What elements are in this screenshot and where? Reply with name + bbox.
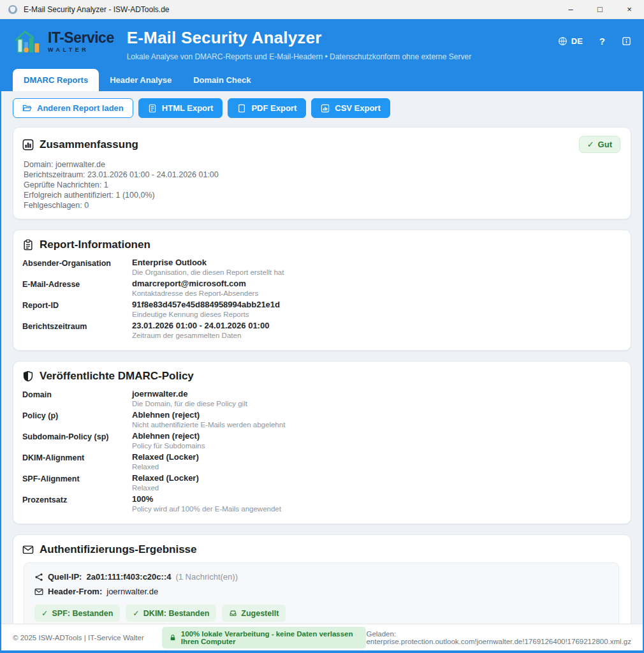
minimize-button[interactable]: – (556, 0, 585, 18)
company-logo-icon (13, 27, 42, 56)
csv-export-label: CSV Export (335, 103, 381, 113)
delivered-badge: Zugestellt (222, 605, 286, 622)
pdf-export-button[interactable]: PDF Export (228, 98, 306, 118)
spf-badge: ✓ SPF: Bestanden (34, 605, 120, 622)
row-description: Zeitraum der gesammelten Daten (132, 331, 269, 341)
row-label: Domain (22, 389, 132, 409)
check-icon: ✓ (133, 608, 139, 618)
row-label: Report-ID (22, 300, 132, 319)
summary-line-failed: Fehlgeschlagen: 0 (24, 200, 620, 210)
message-count: (1 Nachricht(en)) (175, 572, 238, 582)
loaded-file-text: Geladen: enterprise.protection.outlook.c… (366, 630, 631, 645)
row-description: Relaxed (132, 462, 199, 472)
page-subtitle: Lokale Analyse von DMARC-Reports und E-M… (127, 52, 471, 61)
tab-header-analyse[interactable]: Header Analyse (99, 69, 182, 91)
maximize-button[interactable]: □ (585, 0, 615, 18)
summary-line-period: Berichtszeitraum: 23.01.2026 01:00 - 24.… (24, 170, 620, 180)
pdf-export-label: PDF Export (251, 103, 296, 113)
report-info-card: Report-Informationen Absender-Organisati… (13, 230, 631, 351)
header-from-value: joernwalter.de (106, 587, 158, 596)
row-value: joernwalter.de (132, 389, 247, 399)
auth-results-card: Authentifizierungs-Ergebnisse Quell-IP: … (13, 534, 631, 624)
check-icon: ✓ (41, 608, 48, 618)
source-ip-label: Quell-IP: (48, 572, 82, 582)
dkim-badge-label: DKIM: Bestanden (143, 609, 209, 618)
titlebar: E-Mail Security Analyzer - ISW-ADTools.d… (0, 0, 644, 19)
status-badge: ✓ Gut (579, 136, 620, 153)
logo-text-secondary: WALTER (48, 47, 114, 53)
file-icon (237, 104, 246, 113)
row-label: Absender-Organisation (22, 258, 132, 277)
app-header: IT-Service WALTER E-Mail Security Analyz… (0, 19, 644, 91)
close-button[interactable]: × (615, 0, 644, 18)
window-title: E-Mail Security Analyzer - ISW-ADTools.d… (24, 5, 170, 14)
load-report-label: Anderen Report laden (37, 103, 124, 113)
summary-line-domain: Domain: joernwalter.de (24, 159, 620, 170)
tab-domain-check[interactable]: Domain Check (182, 69, 261, 91)
language-label: DE (571, 36, 583, 46)
auth-result-item: Quell-IP: 2a01:111:f403:c20c::4 (1 Nachr… (24, 562, 619, 624)
language-switcher[interactable]: DE (558, 36, 583, 46)
html-export-button[interactable]: HTML Export (138, 98, 223, 118)
lock-icon (169, 634, 177, 642)
row-value: Ablehnen (reject) (132, 410, 285, 420)
status-bar: © 2025 ISW-ADTools | IT-Service Walter 1… (1, 624, 643, 650)
table-row: Absender-Organisation Enterprise Outlook… (22, 258, 620, 277)
row-description: Kontaktadresse des Report-Absenders (132, 289, 258, 298)
tab-bar: DMARC Reports Header Analyse Domain Chec… (13, 69, 631, 91)
row-description: Eindeutige Kennung dieses Reports (132, 310, 280, 319)
privacy-badge: 100% lokale Verarbeitung - keine Daten v… (162, 627, 367, 649)
tab-dmarc-reports[interactable]: DMARC Reports (13, 69, 99, 91)
load-report-button[interactable]: Anderen Report laden (13, 98, 133, 118)
row-value: 100% (132, 494, 281, 504)
window-controls: – □ × (556, 0, 644, 18)
check-icon: ✓ (587, 140, 594, 149)
logo-text-primary: IT-Service (48, 31, 114, 45)
table-row: Prozentsatz 100%Policy wird auf 100% der… (22, 494, 620, 514)
app-icon (8, 4, 18, 15)
info-button[interactable] (622, 36, 631, 46)
content-area: Anderen Report laden HTML Export PDF Exp… (1, 91, 643, 650)
row-description: Die Domain, für die diese Policy gilt (132, 399, 247, 409)
document-icon (148, 104, 157, 113)
row-description: Nicht authentifizierte E-Mails werden ab… (132, 420, 285, 430)
summary-card: Zusammenfassung ✓ Gut Domain: joernwalte… (13, 127, 631, 219)
summary-line-checked: Geprüfte Nachrichten: 1 (24, 180, 620, 190)
table-row: DKIM-Alignment Relaxed (Locker)Relaxed (22, 452, 620, 472)
copyright-text: © 2025 ISW-ADTools | IT-Service Walter (13, 634, 144, 642)
row-description: Relaxed (132, 483, 199, 493)
envelope-icon (22, 544, 34, 555)
dkim-badge: ✓ DKIM: Bestanden (126, 605, 216, 622)
bar-chart-icon (321, 104, 330, 113)
row-label: DKIM-Alignment (22, 452, 132, 472)
page-title: E-Mail Security Analyzer (127, 28, 471, 48)
table-row: Subdomain-Policy (sp) Ablehnen (reject)P… (22, 431, 620, 451)
table-row: Domain joernwalter.deDie Domain, für die… (22, 389, 620, 409)
dmarc-policy-card: Veröffentlichte DMARC-Policy Domain joer… (13, 361, 631, 524)
spf-badge-label: SPF: Bestanden (52, 609, 113, 618)
shield-icon (22, 371, 34, 382)
row-value: 23.01.2026 01:00 - 24.01.2026 01:00 (132, 321, 269, 331)
csv-export-button[interactable]: CSV Export (311, 98, 390, 118)
table-row: E-Mail-Adresse dmarcreport@microsoft.com… (22, 279, 620, 298)
row-value: Relaxed (Locker) (132, 473, 199, 483)
help-button[interactable]: ? (599, 36, 605, 47)
chart-icon (22, 139, 34, 150)
row-label: Subdomain-Policy (sp) (22, 431, 132, 451)
source-ip-value: 2a01:111:f403:c20c::4 (86, 572, 171, 582)
row-label: Prozentsatz (22, 494, 132, 514)
globe-icon (558, 36, 567, 46)
status-badge-label: Gut (598, 140, 612, 149)
export-toolbar: Anderen Report laden HTML Export PDF Exp… (13, 98, 631, 118)
summary-line-authenticated: Erfolgreich authentifiziert: 1 (100,0%) (24, 190, 620, 200)
table-row: SPF-Alignment Relaxed (Locker)Relaxed (22, 473, 620, 493)
summary-title: Zusammenfassung (40, 138, 138, 151)
table-row: Policy (p) Ablehnen (reject)Nicht authen… (22, 410, 620, 430)
table-row: Report-ID 91f8e83d457e45d884958994abb21e… (22, 300, 620, 319)
company-logo: IT-Service WALTER (13, 27, 114, 56)
row-value: dmarcreport@microsoft.com (132, 279, 258, 289)
html-export-label: HTML Export (162, 103, 214, 113)
row-value: Relaxed (Locker) (132, 452, 199, 462)
inbox-icon (229, 609, 237, 617)
info-icon (622, 36, 631, 46)
